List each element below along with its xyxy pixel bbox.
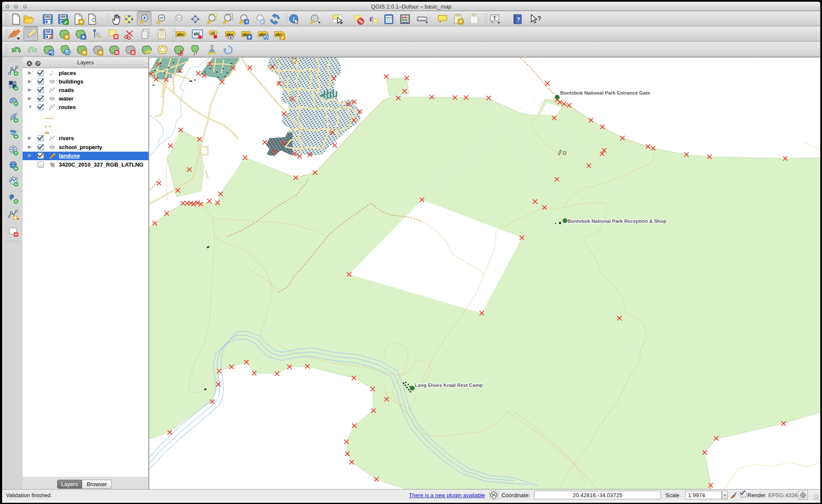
- svg-text:ab: ab: [211, 31, 215, 35]
- svg-text:abc: abc: [177, 32, 184, 37]
- svg-text:Bontebok National Park Recepti: Bontebok National Park Reception & Shop: [567, 219, 666, 224]
- svg-text:ε: ε: [370, 13, 373, 23]
- svg-text:?: ?: [517, 16, 520, 23]
- svg-text:ab: ab: [194, 32, 199, 36]
- svg-text:Lang Elsies Kraal Rest Camp: Lang Elsies Kraal Rest Camp: [415, 383, 483, 388]
- svg-text:1:1: 1:1: [177, 17, 181, 20]
- svg-text:T: T: [493, 15, 496, 21]
- svg-text:?: ?: [538, 14, 541, 22]
- svg-text:Bontebok National Park Entranc: Bontebok National Park Entrance Gate: [560, 90, 650, 95]
